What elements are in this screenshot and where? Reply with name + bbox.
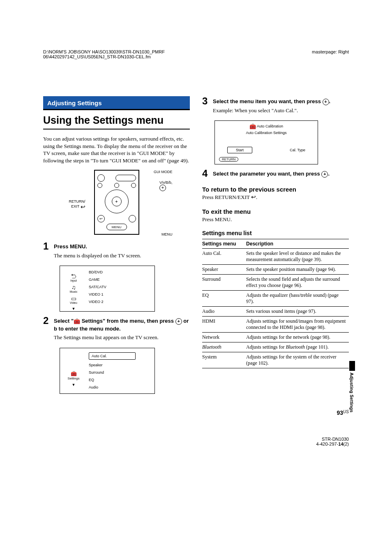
remote-small-btn [114, 183, 119, 188]
table-row: EQAdjusts the equalizer (bass/treble sou… [202, 290, 349, 306]
autocal-title-text: Auto Calibration [257, 124, 283, 128]
footer-code-pre: 4-420-297- [316, 442, 338, 446]
table-row: Bluetooth Adjusts settings for Bluetooth… [202, 342, 349, 352]
table-row: HDMIAdjusts settings for sound/images fr… [202, 316, 349, 332]
list-item: SAT/CATV [89, 283, 151, 291]
video-icon: ▭ [63, 296, 84, 301]
side-tab-marker [349, 361, 355, 371]
cell-menu: System [202, 352, 246, 368]
step-head-part: Select " [54, 318, 74, 324]
table-header: Description [246, 239, 349, 248]
figure-tv-menu-2: 🧰 Settings ▼ Auto Cal. Speaker Surround … [60, 348, 155, 394]
autocal-caltype: Cal. Type [290, 148, 305, 152]
footer: STR-DN1030 4-420-297-14(2) [43, 437, 349, 446]
page-title: Using the Settings menu [43, 114, 190, 130]
right-column: 3 Select the menu item you want, then pr… [202, 96, 349, 397]
header-masterpage: masterpage: Right [312, 49, 349, 59]
cell-desc: Sets the speaker level or distance and m… [246, 248, 349, 264]
tv-settings-icon-block: 🧰 Settings ▼ [63, 371, 84, 387]
cell-menu: EQ [202, 290, 246, 306]
toolbox-icon: 🧰 [74, 318, 80, 325]
step-heading: Select the parameter you want, then pres… [213, 170, 349, 178]
step-3: 3 Select the menu item you want, then pr… [202, 96, 349, 117]
remote-menu-btn: MENU [106, 224, 127, 230]
autocal-subtitle: Auto Calibration Settings [215, 131, 318, 135]
return-arrow-icon: ↩ [81, 204, 85, 210]
cell-menu: Bluetooth [202, 342, 246, 352]
table-row: AudioSets various sound items (page 97). [202, 306, 349, 316]
remote-small-btn [97, 183, 102, 188]
tv-icon-input: ⮌ Input [63, 273, 84, 282]
input-icon: ⮌ [63, 273, 84, 279]
list-item: GAME [89, 276, 151, 283]
subtext-exit: Press MENU. [202, 216, 349, 223]
cell-desc: Adjusts settings for sound/images from e… [246, 316, 349, 332]
tv-icon-column: ⮌ Input ♫ Music ▭ Video ▼ [63, 271, 84, 311]
cell-desc: Sets the speaker position manually (page… [246, 264, 349, 274]
table-row: SurroundSelects the sound field and adju… [202, 274, 349, 290]
table-row: SystemAdjusts settings for the system of… [202, 352, 349, 368]
step-text: Example: When you select "Auto Cal.". [213, 107, 349, 114]
cell-menu: Audio [202, 306, 246, 316]
down-arrow-icon: ▼ [63, 383, 84, 387]
remote-circle-btn [129, 215, 136, 222]
remote-pill-btn [115, 175, 136, 181]
return-arrow-icon: ↩ [251, 194, 256, 201]
cell-menu: Auto Cal. [202, 248, 246, 264]
figure-remote: + ↩ MENU GUI MODE V/v/B/b, + MENU RET [61, 167, 173, 237]
subtext-return: Press RETURN/EXIT ↩. [202, 194, 349, 201]
intro-paragraph: You can adjust various settings for spea… [43, 135, 190, 164]
cell-desc: Adjusts settings for Bluetooth (page 101… [246, 342, 349, 352]
table-row: SpeakerSets the speaker position manuall… [202, 264, 349, 274]
remote-circle-btn [97, 174, 105, 182]
list-item-selected: Auto Cal. [89, 352, 136, 360]
label-gui-mode: GUI MODE [154, 170, 173, 174]
tv-icon-music: ♫ Music [63, 284, 84, 293]
settings-table: Settings menu Description Auto Cal.Sets … [202, 239, 349, 368]
list-item: EQ [89, 376, 151, 384]
cell-desc: Selects the sound field and adjusts the … [246, 274, 349, 290]
label-arrows: V/v/B/b, + [159, 180, 173, 191]
step-head-part: Settings" from the menu, then press [80, 318, 175, 324]
step-number: 1 [43, 241, 50, 262]
step-1: 1 Press MENU. The menu is displayed on t… [43, 241, 190, 262]
autocal-row: Start Cal. Type [227, 147, 305, 153]
plus-icon: + [321, 171, 328, 178]
footer-model: STR-DN1030 [322, 437, 349, 442]
header-path-2: 06\4420297142_US\US05ENJ_STR-DN1030-CEL.… [43, 54, 151, 59]
autocal-return-button: RETURN [219, 157, 238, 162]
side-tab-label: Adjusting Settings [349, 372, 354, 412]
plus-icon: + [323, 99, 329, 105]
list-item: VIDEO 1 [89, 291, 151, 298]
step-heading: Select "🧰 Settings" from the menu, then … [54, 317, 190, 332]
cell-menu: Network [202, 332, 246, 342]
remote-small-btn [131, 183, 136, 188]
cell-desc: Adjusts settings for the system of the r… [246, 352, 349, 368]
figure-auto-cal: 🧰 Auto Calibration Auto Calibration Sett… [214, 120, 318, 164]
desc-part: Adjusts settings for [246, 344, 286, 350]
footer-code-post: (2) [344, 442, 349, 446]
step-text: The menu is displayed on the TV screen. [54, 252, 190, 259]
remote-outline: + ↩ MENU [94, 170, 139, 235]
remote-return-btn: ↩ [97, 215, 105, 222]
tv-list: Auto Cal. Speaker Surround EQ Audio [89, 351, 151, 391]
table-heading: Settings menu list [202, 230, 349, 236]
header: D:\NORM'S JOB\SONY HA\SO130039\STR-DN103… [43, 49, 349, 59]
tv-list: BD/DVD GAME SAT/CATV VIDEO 1 VIDEO 2 [89, 268, 151, 305]
step-head-part: Select the parameter you want, then pres… [213, 171, 321, 177]
remote-dpad: + [105, 190, 129, 213]
plus-icon: + [159, 185, 166, 191]
icon-caption: Music [63, 290, 84, 293]
remote-enter-btn: + [112, 197, 122, 206]
list-item: Speaker [89, 361, 151, 369]
left-column: Adjusting Settings Using the Settings me… [43, 96, 190, 397]
side-tab: Adjusting Settings [349, 361, 355, 412]
label-return-exit: RETURN/EXIT ↩ [61, 199, 85, 210]
page-number: 93US [43, 409, 349, 416]
label-arrows-text: V/v/B/b, [159, 180, 173, 185]
page-region: US [343, 409, 349, 414]
step-number: 2 [43, 316, 50, 344]
settings-icon: 🧰 [249, 123, 256, 130]
music-icon: ♫ [63, 284, 84, 290]
subheading-exit: To exit the menu [202, 208, 349, 215]
